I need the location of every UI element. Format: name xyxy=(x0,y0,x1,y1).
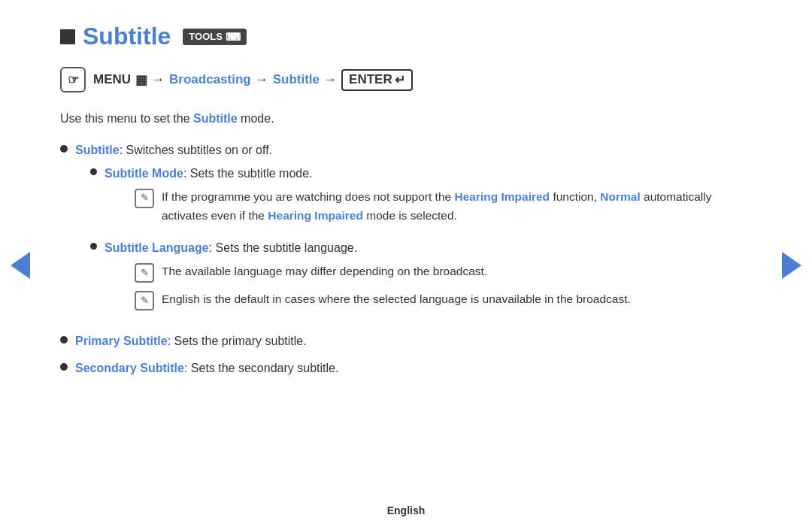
bullet-content-3: Secondary Subtitle: Sets the secondary s… xyxy=(75,359,752,378)
sub-bullet-mode: Subtitle Mode: Sets the subtitle mode. ✎… xyxy=(90,164,752,232)
subtitle-link: Subtitle xyxy=(273,72,320,87)
subtitle-language-desc: : Sets the subtitle language. xyxy=(209,241,357,254)
bullet-secondary-subtitle: Secondary Subtitle: Sets the secondary s… xyxy=(60,359,752,378)
page-container: Subtitle TOOLS ⌨ ☞ MENU ▦ → Broadcasting… xyxy=(0,0,812,530)
tools-badge: TOOLS ⌨ xyxy=(183,29,247,45)
menu-path-row: ☞ MENU ▦ → Broadcasting → Subtitle → ENT… xyxy=(60,67,752,92)
subtitle-term: Subtitle xyxy=(75,144,120,156)
note-list-mode: ✎ If the programme you are watching does… xyxy=(135,188,752,226)
note-icon-2: ✎ xyxy=(135,263,154,283)
page-title: Subtitle xyxy=(83,23,171,50)
bullet-dot-2 xyxy=(60,336,68,344)
primary-subtitle-term: Primary Subtitle xyxy=(75,335,168,347)
intro-prefix: Use this menu to set the xyxy=(60,112,190,125)
note-item-1: ✎ If the programme you are watching does… xyxy=(135,188,752,226)
bullet-content-1: Subtitle: Switches subtitles on or off. … xyxy=(75,141,752,324)
note-icon-3: ✎ xyxy=(135,291,154,310)
main-bullet-list: Subtitle: Switches subtitles on or off. … xyxy=(60,141,752,378)
bullet-subtitle: Subtitle: Switches subtitles on or off. … xyxy=(60,141,752,324)
note-item-2: ✎ The available language may differ depe… xyxy=(135,262,752,283)
sub-bullet-dot-mode xyxy=(90,168,97,175)
note-icon-1: ✎ xyxy=(135,189,154,208)
subtitle-desc: : Switches subtitles on or off. xyxy=(120,144,272,156)
intro-suffix: mode. xyxy=(241,112,274,125)
intro-subtitle-link: Subtitle xyxy=(193,112,238,125)
subtitle-mode-desc: : Sets the subtitle mode. xyxy=(183,167,313,180)
broadcasting-link: Broadcasting xyxy=(169,72,251,87)
enter-label: ENTER xyxy=(349,72,392,87)
sub-bullet-list-1: Subtitle Mode: Sets the subtitle mode. ✎… xyxy=(90,164,752,318)
sub-bullet-language: Subtitle Language: Sets the subtitle lan… xyxy=(90,238,752,318)
normal-link: Normal xyxy=(600,190,640,203)
menu-symbol: ▦ xyxy=(135,72,147,88)
primary-subtitle-desc: : Sets the primary subtitle. xyxy=(168,335,307,347)
note-item-3: ✎ English is the default in cases where … xyxy=(135,290,752,310)
intro-text: Use this menu to set the Subtitle mode. xyxy=(60,109,752,129)
arrow1: → xyxy=(152,72,165,87)
secondary-subtitle-desc: : Sets the secondary subtitle. xyxy=(184,362,338,374)
enter-icon: ↵ xyxy=(395,72,405,88)
bullet-content-2: Primary Subtitle: Sets the primary subti… xyxy=(75,332,752,351)
enter-button: ENTER↵ xyxy=(341,69,413,91)
note-content-2: The available language may differ depend… xyxy=(162,262,752,281)
subtitle-language-term: Subtitle Language xyxy=(105,241,209,254)
sub-bullet-content-language: Subtitle Language: Sets the subtitle lan… xyxy=(105,238,752,318)
tools-label: TOOLS xyxy=(189,31,223,42)
sub-bullet-dot-language xyxy=(90,243,97,250)
bullet-dot-1 xyxy=(60,145,68,153)
arrow3: → xyxy=(324,72,337,87)
note-content-3: English is the default in cases where th… xyxy=(162,290,752,309)
menu-word: MENU xyxy=(93,72,131,87)
secondary-subtitle-term: Secondary Subtitle xyxy=(75,362,184,374)
hearing-impaired-2: Hearing Impaired xyxy=(268,209,363,222)
title-square-icon xyxy=(60,29,75,44)
subtitle-mode-term: Subtitle Mode xyxy=(105,167,183,180)
arrow2: → xyxy=(256,72,268,87)
title-row: Subtitle TOOLS ⌨ xyxy=(60,23,752,50)
sub-bullet-content-mode: Subtitle Mode: Sets the subtitle mode. ✎… xyxy=(105,164,752,232)
note-list-language: ✎ The available language may differ depe… xyxy=(135,262,752,310)
footer-language: English xyxy=(387,504,426,516)
bullet-primary-subtitle: Primary Subtitle: Sets the primary subti… xyxy=(60,332,752,351)
hearing-impaired-1: Hearing Impaired xyxy=(454,190,550,203)
tools-icon: ⌨ xyxy=(226,31,241,43)
footer: English xyxy=(387,504,426,516)
note-content-1: If the programme you are watching does n… xyxy=(162,188,752,226)
menu-finger-icon: ☞ xyxy=(60,67,86,92)
bullet-dot-3 xyxy=(60,363,68,371)
